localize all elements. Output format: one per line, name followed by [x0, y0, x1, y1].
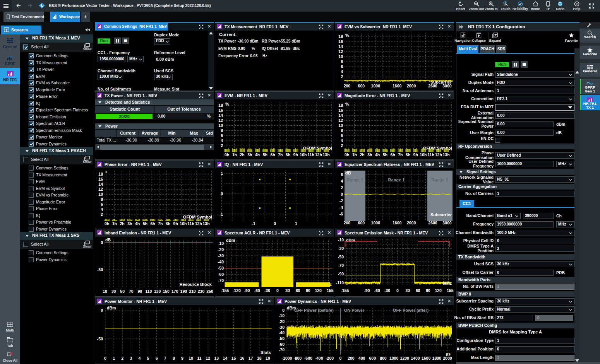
- svg-text:2: 2: [341, 185, 343, 190]
- svg-text:10: 10: [218, 123, 223, 128]
- svg-text:-30: -30: [338, 246, 344, 251]
- svg-text:16: 16: [218, 108, 223, 113]
- svg-text:0: 0: [276, 288, 279, 293]
- svg-text:1000: 1000: [371, 220, 381, 225]
- svg-text:ON Power: ON Power: [344, 308, 365, 313]
- svg-text:600: 600: [358, 84, 365, 88]
- svg-text:8h: 8h: [286, 152, 290, 157]
- svg-text:130: 130: [154, 289, 161, 294]
- svg-text:2h: 2h: [240, 152, 245, 157]
- svg-text:18: 18: [338, 34, 343, 39]
- svg-text:OFDM Symbol: OFDM Symbol: [183, 215, 212, 219]
- svg-text:13h: 13h: [203, 221, 210, 226]
- svg-text:9h: 9h: [413, 152, 418, 157]
- svg-text:30: 30: [405, 288, 410, 293]
- svg-text:-50: -50: [218, 266, 224, 270]
- svg-text:2: 2: [101, 212, 103, 217]
- svg-text:-40: -40: [218, 260, 224, 264]
- svg-text:-90: -90: [338, 272, 344, 276]
- svg-text:200: 200: [344, 220, 351, 225]
- svg-text:6h: 6h: [270, 152, 275, 157]
- svg-text:11h: 11h: [187, 221, 194, 226]
- svg-text:5h: 5h: [143, 221, 147, 226]
- svg-text:-60: -60: [374, 288, 380, 293]
- svg-text:-50: -50: [97, 267, 103, 272]
- svg-text:600: 600: [369, 356, 376, 361]
- svg-text:5h: 5h: [383, 152, 387, 157]
- svg-text:-10: -10: [279, 313, 285, 318]
- svg-text:1h: 1h: [352, 152, 357, 157]
- svg-text:90: 90: [306, 288, 310, 293]
- svg-text:-70: -70: [218, 278, 224, 283]
- svg-text:200: 200: [348, 356, 355, 361]
- svg-text:-70: -70: [279, 347, 285, 352]
- svg-text:-800: -800: [293, 356, 302, 361]
- svg-text:2h: 2h: [360, 152, 365, 157]
- svg-text:4: 4: [138, 356, 141, 361]
- svg-text:-20: -20: [279, 319, 285, 324]
- svg-text:-120: -120: [233, 288, 241, 293]
- svg-text:-50: -50: [279, 336, 285, 341]
- svg-text:2: 2: [341, 74, 343, 79]
- svg-text:dBm: dBm: [226, 238, 235, 243]
- svg-text:1h: 1h: [112, 221, 117, 226]
- svg-text:-50: -50: [97, 337, 103, 341]
- svg-text:2000: 2000: [407, 220, 416, 225]
- svg-text:3h: 3h: [127, 221, 132, 226]
- svg-text:210: 210: [189, 289, 196, 294]
- svg-text:4h: 4h: [135, 221, 140, 226]
- svg-text:8h: 8h: [166, 221, 170, 226]
- svg-text:110: 110: [145, 289, 152, 294]
- svg-text:6: 6: [156, 356, 158, 361]
- svg-text:-110: -110: [336, 280, 344, 285]
- svg-text:9: 9: [181, 356, 183, 361]
- svg-text:400: 400: [358, 356, 365, 361]
- svg-text:-6: -6: [339, 212, 343, 216]
- svg-text:3h: 3h: [367, 152, 372, 157]
- svg-text:7h: 7h: [398, 152, 403, 157]
- svg-text:18: 18: [218, 103, 223, 108]
- svg-text:0: 0: [396, 288, 399, 293]
- svg-text:OFF Power (before): OFF Power (before): [294, 308, 334, 313]
- svg-text:-155: -155: [341, 288, 349, 293]
- svg-text:17: 17: [249, 356, 253, 361]
- svg-text:60: 60: [296, 288, 300, 293]
- svg-text:12h: 12h: [315, 152, 322, 157]
- svg-text:0: 0: [104, 356, 106, 361]
- svg-text:16: 16: [338, 108, 343, 113]
- svg-text:120: 120: [435, 288, 442, 293]
- svg-text:8: 8: [341, 59, 343, 64]
- svg-text:Range 1: Range 1: [388, 178, 405, 182]
- svg-text:Resource Block: Resource Block: [180, 282, 212, 287]
- svg-text:1600: 1600: [393, 84, 402, 88]
- svg-text:dBm: dBm: [107, 306, 116, 310]
- svg-text:600: 600: [358, 220, 365, 225]
- svg-text:14: 14: [98, 182, 103, 186]
- svg-text:7h: 7h: [278, 152, 283, 157]
- svg-text:-155: -155: [221, 288, 229, 293]
- svg-text:50: 50: [120, 289, 125, 294]
- svg-text:12: 12: [98, 187, 103, 191]
- svg-text:-60: -60: [279, 342, 285, 347]
- svg-text:4: 4: [221, 138, 223, 143]
- svg-text:10: 10: [338, 54, 343, 59]
- svg-text:6h: 6h: [390, 152, 395, 157]
- svg-text:150: 150: [163, 289, 170, 294]
- svg-text:0: 0: [282, 308, 285, 313]
- svg-text:5: 5: [147, 356, 149, 361]
- svg-text:190: 190: [180, 289, 187, 294]
- svg-text:3: 3: [130, 356, 132, 361]
- svg-text:1000: 1000: [371, 84, 381, 88]
- svg-text:7: 7: [164, 356, 166, 361]
- svg-text:14: 14: [218, 113, 223, 118]
- svg-text:30: 30: [111, 289, 116, 294]
- svg-text:2: 2: [341, 143, 343, 148]
- svg-text:0: 0: [101, 308, 103, 313]
- svg-text:8: 8: [341, 128, 343, 133]
- svg-text:%: %: [345, 33, 349, 38]
- svg-text:-20: -20: [218, 247, 224, 252]
- svg-text:?: ?: [576, 2, 578, 6]
- svg-text:dB: dB: [345, 171, 351, 175]
- svg-text:1200: 1200: [400, 356, 410, 361]
- svg-text:800: 800: [380, 356, 387, 361]
